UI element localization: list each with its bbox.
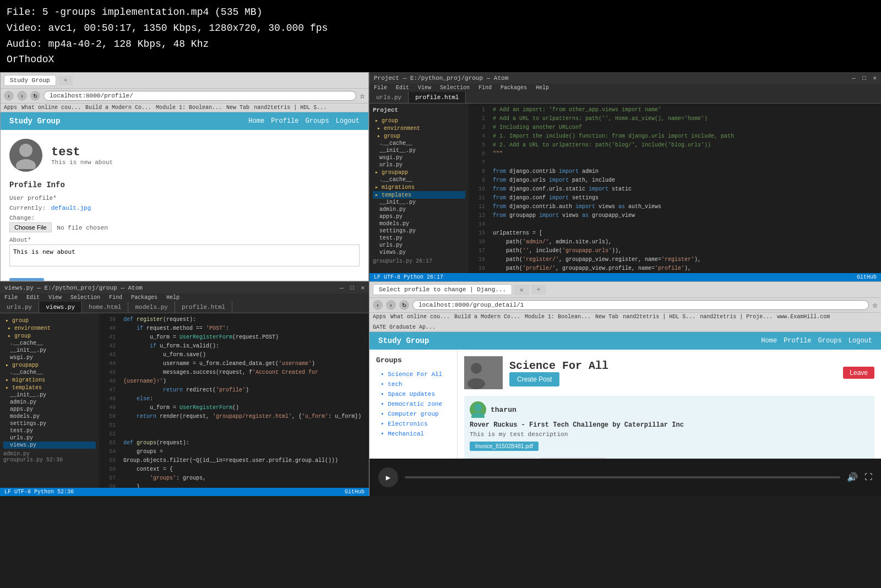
tree-group[interactable]: ▸ group [373, 117, 465, 124]
tree-admin[interactable]: admin.py [373, 206, 465, 213]
menu-file[interactable]: File [374, 85, 387, 91]
tree-test-bl[interactable]: test.py [3, 427, 96, 434]
menu-selection-bl[interactable]: Selection [70, 295, 100, 301]
new-tab[interactable]: + [58, 75, 73, 85]
tree-models[interactable]: models.py [373, 220, 465, 227]
url-input-br[interactable]: localhost:8000/group_detail/1 [412, 300, 869, 310]
maximize-icon-bl[interactable]: □ [350, 285, 354, 291]
bm-newtab[interactable]: New Tab [226, 105, 249, 111]
nav-logout-br[interactable]: Logout [849, 337, 872, 345]
nav-groups-tl[interactable]: Groups [306, 117, 329, 125]
tree-urls[interactable]: urls.py [373, 161, 465, 168]
nav-home-br[interactable]: Home [761, 337, 777, 345]
menu-edit-bl[interactable]: Edit [26, 295, 40, 301]
nav-logout-tl[interactable]: Logout [336, 117, 360, 125]
reload-button-br[interactable]: ↻ [399, 300, 409, 310]
tree-init[interactable]: __init__.py [373, 147, 465, 154]
bm-apps-br[interactable]: Apps [373, 314, 386, 320]
nav-groups-br[interactable]: Groups [818, 337, 842, 345]
bm-nand2-br[interactable]: nand2tetris | Proje... [700, 314, 773, 320]
tree-cache[interactable]: .__cache__ [373, 140, 465, 147]
group-link-electronics[interactable]: Electronics [376, 420, 450, 428]
bm-newtab-br[interactable]: New Tab [595, 314, 618, 320]
tab-profile-bl[interactable]: profile.html [175, 302, 232, 313]
play-button[interactable]: ▶ [378, 467, 398, 487]
nav-profile-br[interactable]: Profile [784, 337, 811, 345]
menu-packages-bl[interactable]: Packages [131, 295, 157, 301]
bm-modern[interactable]: Build a Modern Co... [85, 105, 151, 111]
tree-groupapp[interactable]: ▸ groupapp [373, 168, 465, 176]
fullscreen-icon[interactable]: ⛶ [864, 473, 872, 482]
tree-cache-bl[interactable]: .__cache__ [3, 340, 96, 347]
tree-cache2-bl[interactable]: .__cache__ [3, 369, 96, 376]
tree-init-bl[interactable]: __init__.py [3, 347, 96, 354]
menu-view-bl[interactable]: View [48, 295, 62, 301]
menu-find-bl[interactable]: Find [109, 295, 122, 301]
progress-bar[interactable] [405, 476, 840, 478]
tab-new-br[interactable]: ✕ [514, 285, 529, 295]
menu-help[interactable]: Help [536, 85, 549, 91]
menu-find[interactable]: Find [478, 85, 492, 91]
menu-view[interactable]: View [418, 85, 431, 91]
tree-env[interactable]: ▸ environment [373, 124, 465, 132]
tree-settings[interactable]: settings.py [373, 227, 465, 235]
menu-edit[interactable]: Edit [396, 85, 409, 91]
tree-views2-bl[interactable]: views.py [3, 442, 96, 449]
close-icon-bl[interactable]: ✕ [361, 285, 365, 291]
tree-admin-bl[interactable]: admin.py [3, 399, 96, 406]
url-input-tl[interactable]: localhost:8000/profile/ [43, 91, 356, 101]
bm-nand1[interactable]: nand2tetris | HDL S... [254, 105, 327, 111]
back-button-br[interactable]: ‹ [373, 300, 383, 310]
tab-views-bl[interactable]: views.py [39, 302, 82, 313]
volume-icon[interactable]: 🔊 [847, 472, 858, 483]
minimize-icon-bl[interactable]: — [340, 285, 344, 291]
back-button[interactable]: ‹ [4, 91, 14, 101]
tab-urls-tr[interactable]: urls.py [369, 92, 409, 103]
tree-apps-bl[interactable]: apps.py [3, 406, 96, 413]
tree-views[interactable]: views.py [373, 249, 465, 256]
tree-group2[interactable]: ▸ group [373, 132, 465, 140]
tree-init2[interactable]: __init__.py [373, 199, 465, 206]
tree-group2-bl[interactable]: ▸ group [3, 332, 96, 340]
tree-migrations-bl[interactable]: ▸ migrations [3, 376, 96, 384]
tab-urls-bl[interactable]: urls.py [0, 302, 39, 313]
bm-module-br[interactable]: Module 1: Boolean... [525, 314, 591, 320]
bm-nand1-br[interactable]: nand2tetris | HDL S... [623, 314, 695, 320]
study-group-tab[interactable]: Study Group [4, 75, 56, 86]
tab-plus-br[interactable]: + [531, 285, 546, 295]
tree-cache2[interactable]: .__cache__ [373, 176, 465, 183]
nav-home-tl[interactable]: Home [248, 117, 264, 125]
tree-urls2[interactable]: urls.py [373, 242, 465, 249]
reload-button[interactable]: ↻ [30, 91, 40, 101]
bm-online[interactable]: What online cou... [21, 105, 81, 111]
menu-file-bl[interactable]: File [4, 295, 18, 301]
tree-wsgi-bl[interactable]: wsgi.py [3, 354, 96, 361]
tree-test[interactable]: test.py [373, 235, 465, 242]
bm-apps[interactable]: Apps [4, 105, 17, 111]
currently-value[interactable]: default.jpg [51, 205, 91, 211]
close-icon[interactable]: ✕ [873, 75, 877, 81]
tree-wsgi[interactable]: wsgi.py [373, 154, 465, 161]
tree-templates[interactable]: ▸ templates [373, 191, 465, 199]
tree-migrations[interactable]: ▸ migrations [373, 183, 465, 191]
menu-packages[interactable]: Packages [501, 85, 527, 91]
group-link-space[interactable]: Space Updates [376, 390, 450, 399]
about-textarea[interactable]: This is new about [9, 244, 360, 266]
group-link-computer[interactable]: Computer group [376, 410, 450, 418]
leave-button[interactable]: Leave [843, 367, 874, 379]
forward-button-br[interactable]: › [386, 300, 396, 310]
nav-profile-tl[interactable]: Profile [271, 117, 298, 125]
group-link-mechanical[interactable]: Mechanical [376, 429, 450, 438]
tab-home-bl[interactable]: home.html [82, 302, 128, 313]
minimize-icon[interactable]: — [852, 75, 856, 81]
menu-help-bl[interactable]: Help [166, 295, 180, 301]
menu-selection[interactable]: Selection [440, 85, 470, 91]
maximize-icon[interactable]: □ [862, 75, 866, 81]
update-button[interactable]: Update [9, 278, 44, 281]
tree-apps[interactable]: apps.py [373, 213, 465, 220]
tree-urls2-bl[interactable]: urls.py [3, 434, 96, 442]
attachment-button[interactable]: Invoice_81502B481.pdf [470, 442, 539, 451]
tab-profile-tr[interactable]: profile.html [409, 92, 466, 103]
create-post-button[interactable]: Create Post [509, 372, 559, 386]
bm-module[interactable]: Module 1: Boolean... [156, 105, 222, 111]
